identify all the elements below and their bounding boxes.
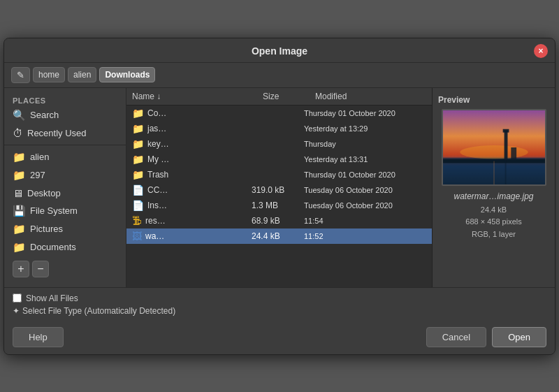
col-size-header[interactable]: Size — [257, 88, 310, 105]
svg-rect-5 — [502, 129, 509, 132]
file-list-area: Name ↓ Size Modified 📁 Co… Thursday 01 O… — [126, 88, 433, 287]
pdf-icon: 📄 — [132, 184, 144, 196]
image-icon: 🖼 — [132, 231, 142, 242]
file-modified: Thursday — [304, 140, 426, 148]
svg-rect-4 — [504, 130, 507, 159]
bottom-area: Show All Files ✦ Select File Type (Autom… — [4, 287, 555, 321]
file-name: jas… — [147, 124, 252, 133]
file-name: res… — [145, 216, 252, 226]
sidebar-label-recently-used: Recently Used — [27, 128, 87, 138]
sidebar-label-alien: alien — [30, 152, 49, 162]
sidebar: Places 🔍 Search ⏱ Recently Used 📁 alien … — [4, 88, 126, 287]
open-button[interactable]: Open — [492, 327, 546, 347]
file-name: Trash — [147, 170, 252, 180]
table-row[interactable]: 📄 Ins… 1.3 MB Tuesday 06 October 2020 — [126, 198, 432, 213]
preview-svg — [443, 109, 545, 186]
sidebar-item-recently-used[interactable]: ⏱ Recently Used — [4, 124, 126, 142]
breadcrumb-alien[interactable]: alien — [68, 67, 96, 82]
breadcrumb-downloads[interactable]: Downloads — [99, 67, 155, 82]
filesystem-icon: 💾 — [13, 205, 26, 217]
close-button[interactable]: × — [534, 44, 548, 58]
file-name: My … — [147, 154, 252, 164]
table-row[interactable]: 📁 jas… Yesterday at 13:29 — [126, 121, 432, 136]
sidebar-label-desktop: Desktop — [27, 188, 61, 198]
folder-icon-alien: 📁 — [13, 151, 26, 164]
dialog-title: Open Image — [252, 45, 307, 57]
preview-color: RGB, 1 layer — [472, 230, 516, 238]
main-area: Places 🔍 Search ⏱ Recently Used 📁 alien … — [4, 88, 555, 287]
show-all-files-checkbox[interactable] — [13, 293, 22, 303]
folder-icon: 📁 — [132, 138, 144, 150]
table-row[interactable]: 🗜 res… 68.9 kB 11:54 — [126, 213, 432, 228]
search-icon: 🔍 — [13, 109, 26, 122]
expand-icon: ✦ — [13, 306, 20, 316]
dialog-buttons: Help Cancel Open — [4, 321, 555, 354]
folder-icon-pictures: 📁 — [13, 223, 26, 235]
file-modified: Thursday 01 October 2020 — [304, 170, 426, 179]
file-name: Ins… — [147, 201, 252, 210]
folder-icon: 📁 — [132, 108, 144, 119]
show-all-files-row: Show All Files — [13, 293, 546, 303]
file-size: 1.3 MB — [252, 201, 304, 210]
open-image-dialog: Open Image × ✎ home alien Downloads Plac… — [3, 38, 556, 355]
select-file-type-row[interactable]: ✦ Select File Type (Automatically Detect… — [13, 306, 546, 316]
sidebar-item-pictures[interactable]: 📁 Pictures — [4, 220, 126, 238]
sidebar-item-297[interactable]: 📁 297 — [4, 166, 126, 184]
file-modified: Yesterday at 13:31 — [304, 155, 426, 164]
preview-size: 24.4 kB — [481, 205, 507, 214]
table-row[interactable]: 📁 Trash Thursday 01 October 2020 — [126, 167, 432, 182]
preview-filename: watermar…image.jpg — [453, 191, 533, 201]
preview-dimensions: 688 × 458 pixels — [465, 217, 521, 226]
file-modified: 11:52 — [304, 232, 426, 240]
file-name: key… — [147, 139, 252, 149]
preview-meta: 24.4 kB 688 × 458 pixels RGB, 1 layer — [465, 204, 521, 241]
sidebar-divider — [4, 145, 126, 145]
sidebar-label-documents: Documents — [30, 242, 76, 252]
sidebar-label-search: Search — [30, 110, 59, 120]
show-all-files-label[interactable]: Show All Files — [26, 293, 78, 303]
recently-used-icon: ⏱ — [13, 127, 23, 139]
folder-icon-documents: 📁 — [13, 241, 26, 254]
col-modified-header[interactable]: Modified — [310, 88, 432, 105]
table-row[interactable]: 📁 My … Yesterday at 13:31 — [126, 152, 432, 167]
file-name: CC… — [147, 185, 252, 195]
table-row[interactable]: 📁 Co… Thursday 01 October 2020 — [126, 106, 432, 121]
file-size: 24.4 kB — [252, 231, 304, 241]
help-button[interactable]: Help — [13, 327, 64, 347]
file-modified: Yesterday at 13:29 — [304, 124, 426, 133]
sidebar-item-filesystem[interactable]: 💾 File System — [4, 202, 126, 220]
zip-icon: 🗜 — [132, 215, 142, 226]
file-name: Co… — [147, 108, 252, 118]
file-size: 319.0 kB — [252, 185, 304, 195]
sidebar-item-search[interactable]: 🔍 Search — [4, 106, 126, 124]
file-modified: Tuesday 06 October 2020 — [304, 201, 426, 210]
preview-label: Preview — [438, 95, 470, 105]
sidebar-item-documents[interactable]: 📁 Documents — [4, 238, 126, 256]
pdf-icon: 📄 — [132, 200, 144, 211]
edit-button[interactable]: ✎ — [11, 67, 30, 83]
table-row[interactable]: 📁 key… Thursday — [126, 136, 432, 152]
preview-panel: Preview — [433, 88, 555, 287]
toolbar: ✎ home alien Downloads — [4, 63, 555, 88]
sidebar-label-filesystem: File System — [30, 205, 78, 216]
places-label: Places — [4, 94, 126, 106]
svg-rect-6 — [511, 147, 516, 159]
remove-bookmark-button[interactable]: − — [32, 261, 49, 277]
file-name: wa… — [145, 231, 252, 241]
table-row[interactable]: 🖼 wa… 24.4 kB 11:52 — [126, 228, 432, 244]
sidebar-item-desktop[interactable]: 🖥 Desktop — [4, 184, 126, 202]
table-row[interactable]: 📄 CC… 319.0 kB Tuesday 06 October 2020 — [126, 182, 432, 198]
folder-icon: 📁 — [132, 169, 144, 180]
title-bar: Open Image × — [4, 38, 555, 63]
file-modified: 11:54 — [304, 217, 426, 225]
col-name-header[interactable]: Name ↓ — [126, 88, 257, 105]
cancel-button[interactable]: Cancel — [426, 327, 486, 347]
folder-icon: 📁 — [132, 123, 144, 134]
add-bookmark-button[interactable]: + — [13, 261, 29, 277]
breadcrumb-home[interactable]: home — [33, 67, 65, 82]
preview-image — [442, 109, 546, 186]
file-modified: Thursday 01 October 2020 — [304, 109, 426, 117]
sidebar-item-alien[interactable]: 📁 alien — [4, 148, 126, 166]
file-list-scroll[interactable]: 📁 Co… Thursday 01 October 2020 📁 jas… Ye… — [126, 106, 432, 287]
desktop-icon: 🖥 — [13, 187, 23, 199]
